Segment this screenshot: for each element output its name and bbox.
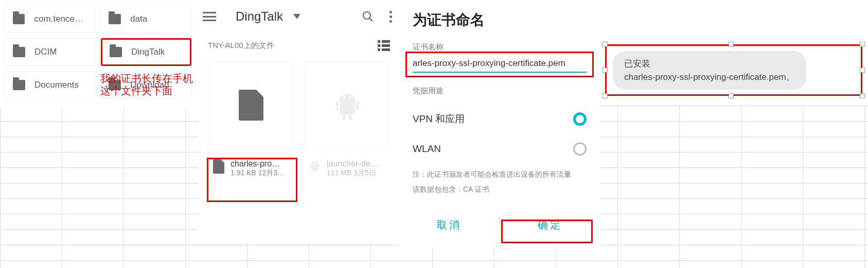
folder-label: data [130, 14, 147, 24]
android-icon [309, 159, 321, 173]
svg-rect-14 [313, 170, 314, 172]
folder-icon [110, 47, 122, 57]
toast-line2: charles-proxy-ssl-proxying-certificate.p… [624, 72, 795, 82]
file-preview-card[interactable] [304, 61, 390, 149]
folder-icon [109, 80, 121, 90]
view-toggle-icon[interactable] [378, 40, 390, 51]
folder-item[interactable]: Download [101, 71, 191, 99]
file-item-launcher[interactable]: launcher-de… 111 MB 3月5日 [304, 154, 390, 185]
toast-line1: 已安装 [624, 59, 650, 69]
overflow-menu-icon[interactable] [389, 11, 392, 23]
cert-note2: 该数据包包含：CA 证书 [399, 182, 600, 197]
folder-label: DCIM [34, 47, 57, 57]
radio-checked-icon [573, 112, 587, 126]
cert-name-label: 证书名称 [399, 42, 600, 55]
folder-item[interactable]: DCIM [5, 38, 96, 66]
hamburger-icon[interactable] [203, 12, 216, 21]
file-name: launcher-de… [327, 159, 379, 169]
svg-rect-13 [318, 164, 320, 169]
folder-item-dingtalk[interactable]: DingTalk [101, 38, 191, 66]
cert-name-input[interactable] [413, 55, 587, 73]
svg-rect-12 [310, 164, 311, 169]
confirm-button[interactable]: 确定 [500, 212, 600, 238]
radio-label: WLAN [413, 143, 441, 155]
selection-handle[interactable] [860, 68, 865, 73]
file-icon [213, 159, 224, 174]
folder-label: DingTalk [131, 47, 165, 57]
chevron-down-icon[interactable] [293, 14, 300, 19]
svg-rect-15 [315, 170, 317, 172]
folder-label: com.tencent... [34, 14, 88, 24]
selection-handle[interactable] [860, 42, 865, 47]
radio-option-wlan[interactable]: WLAN [402, 134, 597, 164]
svg-point-11 [316, 162, 317, 163]
folder-item[interactable]: data [101, 5, 191, 33]
folder-icon [13, 14, 25, 24]
file-name: charles-pro… [231, 159, 285, 169]
cert-note: 注：此证书颁发者可能会检查进出设备的所有流量 [399, 164, 600, 182]
svg-point-0 [363, 12, 370, 19]
svg-rect-2 [340, 100, 355, 114]
radio-option-vpn-apps[interactable]: VPN 和应用 [402, 104, 597, 134]
svg-line-1 [370, 19, 373, 22]
folder-label: Download [130, 80, 169, 90]
cancel-button[interactable]: 取消 [399, 212, 500, 238]
file-manager-title[interactable]: DingTalk [236, 9, 283, 24]
svg-rect-9 [311, 164, 318, 170]
folder-icon [109, 14, 121, 24]
svg-rect-7 [343, 113, 346, 120]
file-path-label: TNY-AL00上的文件 [208, 41, 274, 51]
svg-point-4 [349, 96, 351, 98]
file-preview-card[interactable] [208, 61, 294, 149]
svg-rect-5 [336, 101, 339, 110]
selection-handle[interactable] [603, 68, 608, 73]
panel-name-certificate-dialog: 为证书命名 证书名称 凭据用途 VPN 和应用 WLAN 注：此证书颁发者可能会… [399, 0, 600, 247]
selection-handle[interactable] [603, 42, 608, 47]
file-meta: 1.91 KB 12月3… [231, 169, 285, 178]
folder-label: Documents [34, 80, 79, 90]
panel-file-manager: DingTalk TNY-AL00上的文件 [199, 0, 399, 242]
toast-message: 已安装 charles-proxy-ssl-proxying-certifica… [613, 51, 806, 90]
usage-label: 凭据用途 [399, 73, 600, 99]
folder-item[interactable]: com.tencent... [5, 5, 96, 33]
dialog-title: 为证书命名 [399, 0, 600, 42]
selection-handle[interactable] [729, 42, 734, 47]
folder-item[interactable]: Documents [5, 71, 96, 99]
highlight-box-toast: 已安装 charles-proxy-ssl-proxying-certifica… [605, 44, 862, 96]
selection-handle[interactable] [729, 93, 734, 98]
svg-rect-8 [349, 113, 352, 120]
file-meta: 111 MB 3月5日 [327, 169, 379, 178]
radio-label: VPN 和应用 [413, 112, 465, 126]
panel-folder-grid: com.tencent... data DCIM DingTalk Docume… [0, 0, 199, 108]
search-icon[interactable] [361, 9, 375, 24]
svg-point-10 [313, 162, 314, 163]
android-icon [334, 90, 360, 121]
svg-point-3 [343, 96, 345, 98]
selection-handle[interactable] [603, 93, 608, 98]
svg-rect-6 [356, 101, 359, 110]
radio-unchecked-icon [573, 142, 587, 156]
folder-icon [13, 47, 25, 57]
selection-handle[interactable] [860, 93, 865, 98]
file-item-charles-cert[interactable]: charles-pro… 1.91 KB 12月3… [208, 154, 294, 185]
file-icon [239, 90, 263, 121]
folder-icon [13, 80, 25, 90]
